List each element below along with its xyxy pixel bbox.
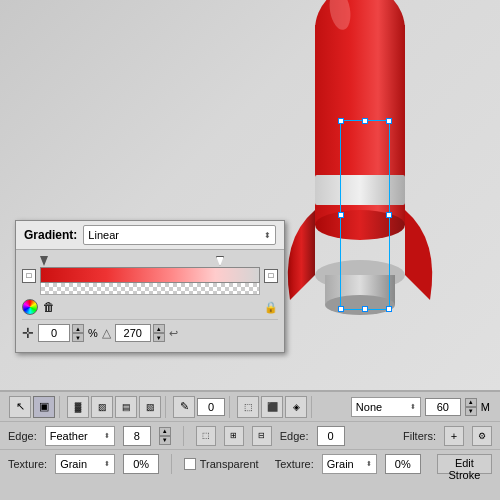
texture-amount-mid[interactable]: [385, 454, 421, 474]
pencil-group: ✎ 0: [169, 396, 230, 418]
tool-btn-mid2[interactable]: ⊞: [224, 426, 244, 446]
mid2-icon: ⊞: [230, 431, 237, 440]
tool-btn-paint1[interactable]: ▓: [67, 396, 89, 418]
sel1-icon: ⬚: [244, 402, 253, 412]
filters-plus-btn[interactable]: +: [444, 426, 464, 446]
filters-settings-btn[interactable]: ⚙: [472, 426, 492, 446]
sel2-icon: ⬛: [267, 402, 278, 412]
position-up-arrow[interactable]: ▲: [72, 324, 84, 333]
toolbar-row3: Texture: Grain ⬍ Transparent Texture: Gr…: [0, 450, 500, 478]
position-input-group: ▲ ▼: [38, 324, 84, 342]
texture-dropdown-mid[interactable]: Grain ⬍: [322, 454, 377, 474]
tool-btn-sel2[interactable]: ⬛: [261, 396, 283, 418]
none-dropdown-text: None: [356, 401, 410, 413]
tool-btn-paint2[interactable]: ▨: [91, 396, 113, 418]
selection-overlay: [340, 120, 390, 310]
panel-icons-row: 🗑 🔒: [22, 299, 278, 315]
transparent-checkbox[interactable]: [184, 458, 196, 470]
feather-arrows: ▲ ▼: [159, 427, 171, 445]
handle-top-mid[interactable]: [362, 118, 368, 124]
position-down-arrow[interactable]: ▼: [72, 333, 84, 342]
paint1-icon: ▓: [75, 402, 82, 412]
handle-mid-left[interactable]: [338, 212, 344, 218]
mid1-icon: ⬚: [202, 431, 210, 440]
gradient-right-stop[interactable]: □: [264, 269, 278, 283]
tool-btn-paint3[interactable]: ▤: [115, 396, 137, 418]
none-dropdown-arrow: ⬍: [410, 403, 416, 411]
edge-label-left: Edge:: [8, 430, 37, 442]
sel3-icon: ◈: [293, 402, 300, 412]
edge-dropdown-arrow: ⬍: [104, 432, 110, 440]
texture-amount-left[interactable]: [123, 454, 159, 474]
gradient-track-wrapper: [40, 256, 260, 295]
trash-icon[interactable]: 🗑: [42, 300, 56, 314]
toolbar-row1: ↖ ▣ ▓ ▨ ▤ ▧ ✎ 0: [0, 392, 500, 422]
feather-up[interactable]: ▲: [159, 427, 171, 436]
gradient-stops-bar: [40, 256, 260, 266]
gradient-left-stop[interactable]: □: [22, 269, 36, 283]
angle-down-arrow[interactable]: ▼: [153, 333, 165, 342]
handle-top-left[interactable]: [338, 118, 344, 124]
handle-mid-right[interactable]: [386, 212, 392, 218]
filters-label: Filters:: [403, 430, 436, 442]
select-icon: ▣: [39, 400, 49, 413]
texture-value-left: Grain: [60, 458, 104, 470]
stop-handle-left[interactable]: [40, 256, 48, 266]
paint2-icon: ▨: [98, 402, 107, 412]
filters-plus-icon: +: [451, 430, 457, 442]
edit-stroke-button[interactable]: Edit Stroke: [437, 454, 492, 474]
gradient-body: □ □ 🗑 🔒: [16, 250, 284, 352]
gradient-type-dropdown[interactable]: Linear ⬍: [83, 225, 276, 245]
val60-up[interactable]: ▲: [465, 398, 477, 407]
right-tool-section: None ⬍ 60 ▲ ▼ M: [351, 397, 495, 417]
transparent-label: Transparent: [200, 458, 259, 470]
angle-input[interactable]: [115, 324, 151, 342]
angle-icon: △: [102, 326, 111, 340]
handle-top-right[interactable]: [386, 118, 392, 124]
move-icon[interactable]: ✛: [22, 325, 34, 341]
tool-btn-pencil[interactable]: ✎: [173, 396, 195, 418]
feather-down[interactable]: ▼: [159, 436, 171, 445]
handle-bottom-right[interactable]: [386, 306, 392, 312]
paint4-icon: ▧: [146, 402, 155, 412]
gradient-color-bar[interactable]: [40, 267, 260, 283]
val60-down[interactable]: ▼: [465, 407, 477, 416]
color-wheel-icon[interactable]: [22, 299, 38, 315]
tool-btn-paint4[interactable]: ▧: [139, 396, 161, 418]
tool-btn-select[interactable]: ▣: [33, 396, 55, 418]
gradient-type-value: Linear: [88, 229, 264, 241]
edge-mid-input[interactable]: [317, 426, 345, 446]
reverse-icon[interactable]: ↩: [169, 327, 178, 340]
panel-header: Gradient: Linear ⬍: [16, 221, 284, 250]
pencil-icon: ✎: [180, 400, 189, 413]
canvas-area: Gradient: Linear ⬍ □: [0, 0, 500, 390]
arrow-icon: ↖: [16, 400, 25, 413]
angle-up-arrow[interactable]: ▲: [153, 324, 165, 333]
gradient-panel: Gradient: Linear ⬍ □: [15, 220, 285, 353]
tool-btn-sel3[interactable]: ◈: [285, 396, 307, 418]
tool-btn-sel1[interactable]: ⬚: [237, 396, 259, 418]
lock-icon[interactable]: 🔒: [264, 301, 278, 314]
edge-value: Feather: [50, 430, 104, 442]
tool-btn-arrow[interactable]: ↖: [9, 396, 31, 418]
angle-arrows: ▲ ▼: [153, 324, 165, 342]
handle-bottom-left[interactable]: [338, 306, 344, 312]
tool-btn-mid1[interactable]: ⬚: [196, 426, 216, 446]
texture-dropdown-left[interactable]: Grain ⬍: [55, 454, 115, 474]
none-dropdown[interactable]: None ⬍: [351, 397, 421, 417]
mid3-icon: ⊟: [258, 431, 265, 440]
edge-dropdown[interactable]: Feather ⬍: [45, 426, 115, 446]
toolbar-row2: Edge: Feather ⬍ ▲ ▼ ⬚ ⊞ ⊟ Edge: Filters:…: [0, 422, 500, 450]
texture-label-left: Texture:: [8, 458, 47, 470]
percent-label: %: [88, 327, 98, 339]
value-60-display: 60: [425, 398, 461, 416]
feather-amount-input[interactable]: [123, 426, 151, 446]
pencil-size-value: 0: [208, 401, 214, 413]
stop-handle-right[interactable]: [216, 256, 224, 266]
handle-bottom-mid[interactable]: [362, 306, 368, 312]
selection-tool-group: ⬚ ⬛ ◈: [233, 396, 312, 418]
controls-row: ✛ ▲ ▼ % △ ▲ ▼ ↩: [22, 319, 278, 346]
position-input[interactable]: [38, 324, 70, 342]
filters-gear-icon: ⚙: [478, 431, 486, 441]
tool-btn-mid3[interactable]: ⊟: [252, 426, 272, 446]
